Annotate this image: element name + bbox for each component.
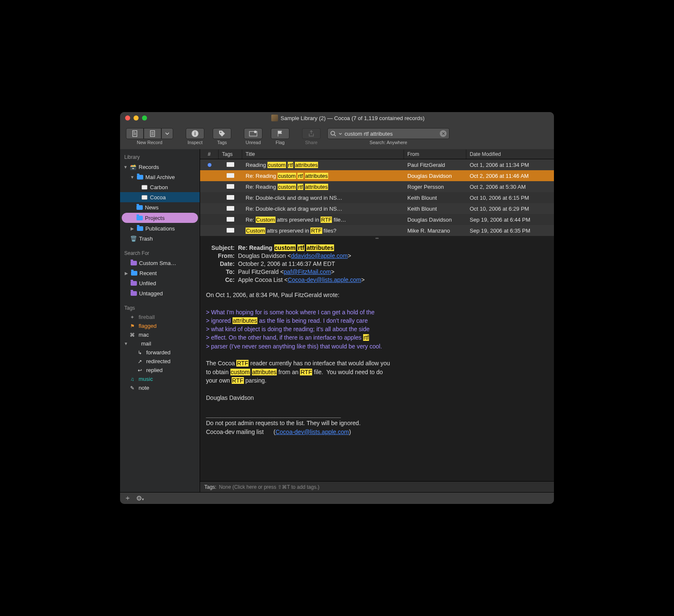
search-group: ✕ Search: Anywhere xyxy=(327,128,449,145)
tags-button[interactable] xyxy=(213,128,231,139)
sidebar-tag-music[interactable]: ♫music xyxy=(120,375,200,383)
row-date: Oct 2, 2006 at 5:30 AM xyxy=(466,184,554,190)
tag-label: flagged xyxy=(139,323,157,329)
list-email-link[interactable]: Cocoa-dev@lists.apple.com xyxy=(275,429,349,435)
new-record-group: New Record xyxy=(126,128,173,145)
row-title: Re: Custom attrs preserved in RTF file… xyxy=(242,217,404,223)
disclosure-icon[interactable]: ▼ xyxy=(123,341,128,346)
disclosure-icon[interactable]: ▶ xyxy=(124,271,128,276)
sidebar-item-projects[interactable]: Projects xyxy=(122,213,198,223)
sidebar-label: Custom Sma… xyxy=(139,260,176,266)
row-from: Douglas Davidson xyxy=(404,217,466,223)
disclosure-icon[interactable]: ▶ xyxy=(130,226,134,231)
sidebar-item-unfiled[interactable]: Unfiled xyxy=(120,278,200,288)
close-button[interactable] xyxy=(125,115,130,121)
col-header-title[interactable]: Title xyxy=(242,150,404,159)
add-button[interactable]: ＋ xyxy=(124,494,131,503)
footer-bar: ＋ ⚙︎▾ xyxy=(120,492,554,504)
list-header: # Tags Title From Date Modified xyxy=(200,149,554,159)
inspect-label: Inspect xyxy=(187,140,202,145)
list-body: Reading custom rtf attributesPaul FitzGe… xyxy=(200,159,554,236)
from-value: Douglas Davidson <ddavidso@apple.com> xyxy=(238,252,548,259)
cc-email-link[interactable]: Cocoa-dev@lists.apple.com xyxy=(288,276,361,283)
search-scope-chevron-icon[interactable] xyxy=(339,133,342,135)
message-icon-cell xyxy=(219,228,242,234)
search-clear-button[interactable]: ✕ xyxy=(440,130,447,137)
col-header-from[interactable]: From xyxy=(404,150,466,159)
disclosure-icon[interactable]: ▼ xyxy=(123,165,128,169)
tag-label: forwarded xyxy=(146,349,171,356)
sidebar-item-custom-smart[interactable]: Custom Sma… xyxy=(120,258,200,268)
sidebar-tag-flagged[interactable]: ⚑flagged xyxy=(120,321,200,330)
envelope-icon xyxy=(227,228,234,233)
date-value: October 2, 2006 at 11:46:37 AM EDT xyxy=(238,260,548,267)
message-icon-cell xyxy=(219,162,242,168)
sidebar-tag-replied[interactable]: ↩replied xyxy=(120,366,200,375)
list-row[interactable]: Re: Double-click and drag word in NS…Kei… xyxy=(200,203,554,214)
flag-group: Flag xyxy=(271,128,289,145)
row-from: Douglas Davidson xyxy=(404,173,466,179)
list-row[interactable]: Custom attrs preserved in RTF files?Mike… xyxy=(200,225,554,236)
sidebar-item-records[interactable]: ▼ 🗃️ Records xyxy=(120,162,200,172)
list-row[interactable]: Reading custom rtf attributesPaul FitzGe… xyxy=(200,159,554,170)
sidebar-tag-mac[interactable]: ⌘mac xyxy=(120,330,200,339)
list-row[interactable]: Re: Double-click and drag word in NS…Kei… xyxy=(200,192,554,203)
col-header-date[interactable]: Date Modified xyxy=(466,150,554,159)
col-header-tags[interactable]: Tags xyxy=(219,150,242,159)
action-menu-button[interactable]: ⚙︎▾ xyxy=(136,494,144,502)
folder-icon xyxy=(136,204,143,211)
svg-point-6 xyxy=(254,131,257,133)
list-row[interactable]: Re: Reading custom rtf attributesRoger P… xyxy=(200,181,554,192)
share-button[interactable] xyxy=(302,128,321,139)
message-icon-cell xyxy=(219,217,242,223)
pane-divider[interactable] xyxy=(200,236,554,240)
sidebar-tag-forwarded[interactable]: ↳forwarded xyxy=(120,348,200,357)
envelope-icon xyxy=(227,162,234,167)
sidebar-item-cocoa[interactable]: Cocoa xyxy=(120,192,200,202)
sidebar-item-recent[interactable]: ▶ Recent xyxy=(120,268,200,278)
divider-handle-icon xyxy=(375,238,379,239)
search-input[interactable] xyxy=(345,131,437,137)
unread-button[interactable] xyxy=(244,128,262,139)
sidebar-item-news[interactable]: News xyxy=(120,202,200,212)
new-record-button[interactable] xyxy=(126,128,144,139)
inspect-button[interactable]: i xyxy=(186,128,204,139)
sidebar-item-trash[interactable]: 🗑️ Trash xyxy=(120,233,200,244)
message-icon-cell xyxy=(219,173,242,179)
sidebar-tag-mail[interactable]: ▼mail xyxy=(120,339,200,348)
sidebar-item-carbon[interactable]: Carbon xyxy=(120,182,200,192)
inspect-group: i Inspect xyxy=(186,128,204,145)
sidebar-label: Untagged xyxy=(139,290,163,297)
tag-label: replied xyxy=(146,367,163,373)
envelope-icon xyxy=(227,217,234,222)
from-email-link[interactable]: ddavidso@apple.com xyxy=(291,252,348,259)
sidebar-item-untagged[interactable]: Untagged xyxy=(120,288,200,298)
tagbar[interactable]: Tags: None (Click here or press ⇧⌘T to a… xyxy=(200,481,554,492)
sidebar-tag-redirected[interactable]: ↗redirected xyxy=(120,357,200,366)
maximize-button[interactable] xyxy=(142,115,147,121)
new-record-menu-button[interactable] xyxy=(161,128,173,139)
row-date: Oct 1, 2006 at 11:34 PM xyxy=(466,162,554,168)
disclosure-icon[interactable]: ▼ xyxy=(130,175,134,179)
list-row[interactable]: Re: Reading custom rtf attributesDouglas… xyxy=(200,170,554,181)
to-email-link[interactable]: paf@FitzMail.com xyxy=(284,268,331,275)
subject-label: Subject: xyxy=(206,244,238,251)
svg-rect-0 xyxy=(133,131,137,137)
search-field-wrap[interactable]: ✕ xyxy=(327,128,449,139)
sidebar-item-publications[interactable]: ▶ Publications xyxy=(120,223,200,233)
list-row[interactable]: Re: Custom attrs preserved in RTF file…D… xyxy=(200,214,554,225)
sidebar-tag-note[interactable]: ✎note xyxy=(120,383,200,392)
tag-label: music xyxy=(139,376,153,382)
sidebar-tag-fireball[interactable]: ✦fireball xyxy=(120,313,200,321)
row-date: Sep 19, 2006 at 6:35 PM xyxy=(466,228,554,234)
new-record-alt-button[interactable] xyxy=(144,128,161,139)
minimize-button[interactable] xyxy=(134,115,139,121)
note-icon: ✎ xyxy=(129,385,135,391)
sidebar-item-mail-archive[interactable]: ▼ Mail Archive xyxy=(120,172,200,182)
flag-button[interactable] xyxy=(271,128,289,139)
tag-label: mac xyxy=(139,332,149,338)
sidebar-label: News xyxy=(145,204,159,211)
sidebar-label: Unfiled xyxy=(139,280,156,287)
flag-icon: ⚑ xyxy=(129,323,135,329)
col-header-num[interactable]: # xyxy=(200,150,219,159)
